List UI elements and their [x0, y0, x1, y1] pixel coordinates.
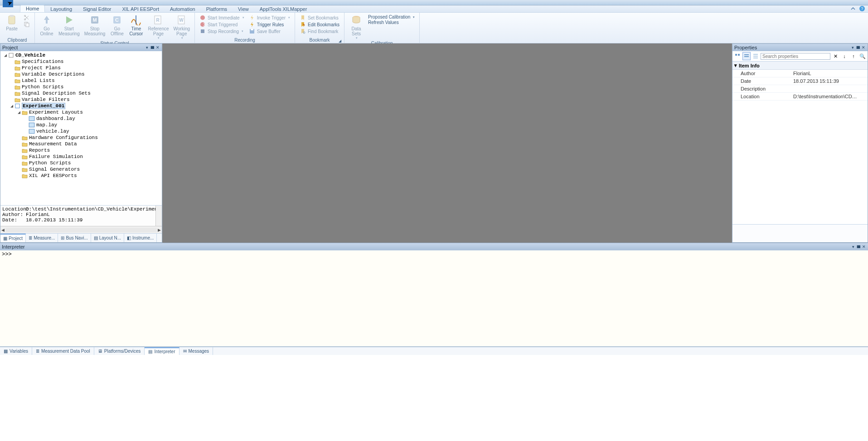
pin-icon[interactable]: ⯀	[856, 244, 861, 249]
gtab-messages[interactable]: ✉Messages	[179, 347, 213, 355]
minimize-ribbon-icon[interactable]	[850, 5, 856, 12]
svg-point-18	[200, 22, 205, 27]
start-measuring-button[interactable]: Start Measuring	[57, 14, 82, 37]
interpreter-console[interactable]: >>>	[0, 250, 868, 346]
interpreter-icon: ▤	[148, 349, 152, 354]
pin-icon[interactable]: ⯀	[856, 45, 860, 50]
filter-icon[interactable]: ✕	[831, 52, 839, 60]
reference-page-label: Reference Page	[148, 26, 169, 36]
time-cursor-button[interactable]: Time Cursor	[127, 14, 145, 37]
tree-item[interactable]: Signal Generators	[1, 166, 161, 173]
tab-appltools-xilmapper[interactable]: ApplTools XILMapper	[254, 6, 313, 12]
tree-item[interactable]: Specifications	[1, 58, 161, 65]
tab-layouting[interactable]: Layouting	[45, 6, 78, 12]
categorized-icon[interactable]	[733, 52, 742, 60]
tab-measure[interactable]: ≣Measure...	[26, 234, 58, 242]
tree-item[interactable]: Variable Filters	[1, 96, 161, 103]
tree-layout-file[interactable]: vehicle.lay	[1, 128, 161, 134]
proposed-calibration-button[interactable]: Proposed Calibration▾	[366, 14, 417, 19]
tree-experiment[interactable]: ◢Experiment_001	[1, 103, 161, 109]
panel-menu-icon[interactable]: ▾	[850, 45, 855, 50]
tree-item[interactable]: Hardware Configurations	[1, 134, 161, 141]
paste-button[interactable]: Paste	[3, 14, 21, 32]
search-next-icon[interactable]: ↓	[840, 52, 849, 60]
tab-instrume[interactable]: ◧Instrume...	[124, 234, 157, 242]
close-icon[interactable]: ✕	[861, 45, 866, 50]
go-online-button[interactable]: Go Online	[38, 14, 56, 37]
info-date-key: Date:	[2, 217, 26, 223]
experiment-icon	[14, 103, 20, 109]
tree-layout-file[interactable]: map.lay	[1, 122, 161, 128]
gtab-variables[interactable]: ▦Variables	[0, 347, 32, 355]
tab-signal-editor[interactable]: Signal Editor	[78, 6, 116, 12]
stop-recording-button[interactable]: Stop Recording▾	[198, 28, 246, 34]
bookmark-group-label: Bookmark◢	[298, 38, 341, 43]
search-prev-icon[interactable]: ↑	[849, 52, 858, 60]
tree-root[interactable]: ◢CD_Vehicle	[1, 52, 161, 58]
layout-file-icon	[29, 122, 35, 128]
prop-date[interactable]: Date18.07.2013 15:11:39	[732, 77, 868, 85]
copy-button[interactable]	[22, 21, 32, 28]
tab-project[interactable]: ▦Project	[0, 234, 26, 242]
list-icon[interactable]	[752, 52, 760, 60]
project-tree[interactable]: ◢CD_Vehicle Specifications Project Plans…	[0, 51, 162, 205]
instr-tab-icon: ◧	[127, 235, 131, 240]
gtab-platforms-devices[interactable]: 🖥Platforms/Devices	[94, 347, 145, 355]
tab-xil-api-eesport[interactable]: XIL API EESPort	[116, 6, 165, 12]
gtab-interpreter[interactable]: ▤Interpreter	[145, 347, 179, 355]
gtab-measurement-data-pool[interactable]: ≣Measurement Data Pool	[32, 347, 94, 355]
tab-bus-navi[interactable]: ⊞Bus Navi...	[58, 234, 91, 242]
layout-file-icon	[29, 116, 35, 121]
tab-platforms[interactable]: Platforms	[201, 6, 233, 12]
dialog-launcher-icon[interactable]: ◢	[339, 39, 341, 43]
tab-automation[interactable]: Automation	[165, 6, 201, 12]
go-offline-button[interactable]: CGo Offline	[108, 14, 126, 37]
data-sets-button[interactable]: Data Sets▾	[347, 14, 365, 41]
tree-item[interactable]: Python Scripts	[1, 160, 161, 166]
scrollbar-vertical[interactable]	[155, 206, 162, 226]
tree-item[interactable]: Python Scripts	[1, 84, 161, 90]
search-icon[interactable]: 🔍	[858, 52, 867, 60]
folder-icon	[21, 141, 28, 147]
global-bottom-tabs: ▦Variables ≣Measurement Data Pool 🖥Platf…	[0, 347, 868, 355]
edit-bookmarks-button[interactable]: Edit Bookmarks	[298, 21, 341, 28]
tree-layout-file[interactable]: dashboard.lay	[1, 115, 161, 122]
scrollbar-horizontal[interactable]: ◀▶	[0, 226, 162, 233]
tree-layouts[interactable]: ◢Experiment Layouts	[1, 109, 161, 115]
close-icon[interactable]: ✕	[155, 45, 160, 50]
tree-item[interactable]: XIL API EESPorts	[1, 173, 161, 179]
prop-location[interactable]: LocationD:\test\Instrumentation\CD…	[732, 93, 868, 101]
prop-description[interactable]: Description	[732, 85, 868, 93]
tree-item[interactable]: Measurement Data	[1, 141, 161, 147]
tree-item[interactable]: Label Lists	[1, 77, 161, 84]
tab-layout-n[interactable]: ▤Layout N...	[91, 234, 124, 242]
tree-item[interactable]: Variable Descriptions	[1, 71, 161, 77]
reference-page-button[interactable]: RReference Page▾	[146, 14, 170, 41]
start-immediate-button[interactable]: Start Immediate▾	[198, 14, 246, 21]
stop-measuring-button[interactable]: MStop Measuring	[82, 14, 107, 37]
panel-menu-icon[interactable]: ▾	[145, 45, 149, 50]
item-info-section[interactable]: ▾Item Info	[732, 62, 868, 70]
trigger-rules-button[interactable]: Trigger Rules	[247, 21, 292, 28]
start-triggered-button[interactable]: Start Triggered	[198, 21, 246, 28]
prop-author[interactable]: AuthorFlorianL	[732, 70, 868, 77]
tree-item[interactable]: Project Plans	[1, 65, 161, 71]
properties-search-input[interactable]	[761, 53, 830, 60]
tab-home[interactable]: Home	[20, 5, 45, 12]
set-bookmarks-button[interactable]: Set Bookmarks	[298, 14, 341, 21]
pin-icon[interactable]: ⯀	[150, 45, 155, 50]
save-buffer-button[interactable]: Save Buffer	[247, 28, 292, 34]
close-icon[interactable]: ✕	[862, 244, 866, 249]
panel-menu-icon[interactable]: ▾	[851, 244, 855, 249]
find-bookmark-button[interactable]: Find Bookmark	[298, 28, 341, 34]
working-page-button[interactable]: WWorking Page▾	[172, 14, 192, 41]
tree-item[interactable]: Reports	[1, 147, 161, 153]
tree-item[interactable]: Signal Description Sets	[1, 90, 161, 96]
tab-view[interactable]: View	[233, 6, 254, 12]
cut-button[interactable]	[22, 14, 32, 21]
tree-item[interactable]: Failure Simulation	[1, 153, 161, 160]
refresh-values-button[interactable]: Refresh Values	[366, 20, 417, 25]
help-icon[interactable]: ?	[859, 5, 865, 12]
alphabetical-icon[interactable]	[742, 52, 751, 60]
invoke-trigger-button[interactable]: Invoke Trigger▾	[247, 14, 292, 21]
